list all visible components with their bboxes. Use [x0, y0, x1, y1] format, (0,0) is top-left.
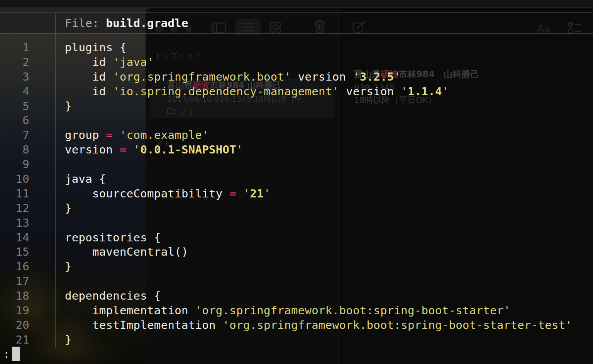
line-number: 16	[0, 260, 29, 274]
bat-file-header: File: build.gradle	[65, 13, 188, 33]
code-text: testImplementation 'org.springframework.…	[65, 318, 572, 333]
line-number: 18	[0, 289, 29, 303]
line-number: 12	[0, 201, 29, 216]
code-line: 4 id 'io.spring.dependency-management' v…	[0, 84, 593, 99]
code-text: sourceCompatibility = '21'	[65, 187, 271, 201]
line-number: 21	[0, 333, 29, 347]
screen-top-strip	[0, 0, 593, 7]
code-text: group = 'com.example'	[65, 128, 209, 143]
code-text: id 'io.spring.dependency-management' ver…	[65, 84, 449, 99]
trash-icon[interactable]	[314, 20, 325, 33]
code-line: 12}	[0, 201, 593, 216]
code-line: 16}	[0, 260, 593, 274]
line-number: 6	[0, 113, 29, 128]
code-text: }	[65, 260, 72, 274]
code-line: 5}	[0, 99, 593, 114]
line-number: 19	[0, 303, 29, 318]
code-text: repositories {	[65, 231, 161, 245]
line-number: 20	[0, 318, 29, 333]
line-number: 8	[0, 143, 29, 157]
file-label: File:	[65, 17, 106, 30]
line-number: 2	[0, 55, 29, 70]
line-number: 5	[0, 99, 29, 114]
line-number: 1	[0, 40, 29, 55]
code-line: 21}	[0, 333, 593, 347]
code-text: mavenCentral()	[65, 245, 188, 260]
code-text: implementation 'org.springframework.boot…	[65, 303, 510, 318]
line-number: 11	[0, 187, 29, 201]
compose-note-icon[interactable]	[352, 21, 366, 33]
line-number: 4	[0, 84, 29, 99]
line-number: 3	[0, 70, 29, 84]
code-text: id 'org.springframework.boot' version '3…	[65, 70, 401, 84]
code-line: 18dependencies {	[0, 289, 593, 303]
code-line: 3 id 'org.springframework.boot' version …	[0, 70, 593, 84]
code-text: plugins {	[65, 40, 127, 55]
code-line: 13	[0, 216, 593, 231]
code-line: 7group = 'com.example'	[0, 128, 593, 143]
terminal-cursor[interactable]	[12, 347, 20, 361]
code-text: }	[65, 333, 72, 347]
code-line: 9	[0, 157, 593, 172]
pager-prompt-colon: :	[3, 347, 10, 361]
code-line: 11 sourceCompatibility = '21'	[0, 187, 593, 201]
code-text: version = '0.0.1-SNAPSHOT'	[65, 143, 243, 157]
line-number: 15	[0, 245, 29, 260]
code-text: }	[65, 201, 72, 216]
code-line: 14repositories {	[0, 231, 593, 245]
code-line: 6	[0, 113, 593, 128]
line-number: 9	[0, 157, 29, 172]
code-line: 19 implementation 'org.springframework.b…	[0, 303, 593, 318]
line-number: 7	[0, 128, 29, 143]
code-line: 2 id 'java'	[0, 55, 593, 70]
code-line: 1plugins {	[0, 40, 593, 55]
pager-prompt-row: :	[3, 347, 20, 361]
file-name: build.gradle	[106, 17, 188, 30]
code-line: 17	[0, 274, 593, 289]
code-line: 8version = '0.0.1-SNAPSHOT'	[0, 143, 593, 157]
code-lines: 1plugins {2 id 'java'3 id 'org.springfra…	[0, 40, 593, 347]
code-text: dependencies {	[65, 289, 161, 303]
code-line: 10java {	[0, 172, 593, 187]
checklist-icon[interactable]	[568, 21, 582, 34]
line-number: 13	[0, 216, 29, 231]
code-line: 20 testImplementation 'org.springframewo…	[0, 318, 593, 333]
line-number: 10	[0, 172, 29, 187]
code-text: java {	[65, 172, 106, 187]
line-number: 14	[0, 231, 29, 245]
sidebar-toggle-icon[interactable]	[212, 22, 226, 33]
code-line: 15 mavenCentral()	[0, 245, 593, 260]
screen: Aa トップヒット 富山県砺波市林984 山科勝己 2017/06/10 939…	[0, 0, 593, 364]
code-text: }	[65, 99, 72, 114]
list-view-icon[interactable]	[241, 22, 255, 32]
line-number: 17	[0, 274, 29, 289]
code-text: id 'java'	[65, 55, 154, 70]
gallery-view-icon[interactable]	[269, 22, 281, 33]
bat-header-separator	[0, 33, 593, 34]
